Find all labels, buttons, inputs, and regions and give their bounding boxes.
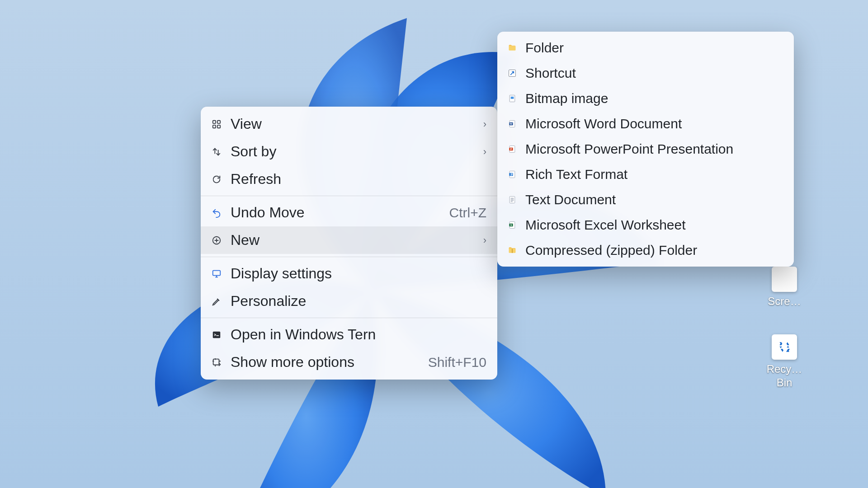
more-icon: [211, 357, 222, 368]
folder-icon: [772, 267, 797, 292]
shortcut-icon: [507, 68, 517, 78]
display-icon: [211, 268, 222, 280]
menu-item-personalize[interactable]: Personalize: [201, 287, 497, 315]
svg-rect-20: [509, 197, 515, 203]
excel-icon: X: [507, 220, 517, 230]
svg-rect-24: [512, 249, 513, 253]
new-submenu: Folder Shortcut Bitmap image W Microsoft…: [497, 32, 794, 267]
submenu-item-label: Bitmap image: [525, 91, 782, 106]
submenu-item-label: Microsoft Word Document: [525, 116, 782, 131]
chevron-right-icon: ›: [483, 146, 486, 158]
menu-item-label: Sort by: [231, 143, 471, 160]
grid-icon: [211, 118, 222, 130]
menu-separator: [201, 318, 497, 318]
submenu-item-label: Text Document: [525, 192, 782, 207]
svg-rect-3: [213, 125, 216, 127]
svg-rect-8: [213, 359, 219, 365]
new-icon: [211, 235, 222, 246]
svg-rect-1: [213, 120, 216, 123]
menu-item-label: Display settings: [231, 265, 486, 282]
word-icon: W: [507, 119, 517, 129]
svg-rect-7: [213, 331, 221, 338]
sort-icon: [211, 146, 222, 158]
svg-rect-2: [217, 120, 220, 123]
menu-item-new[interactable]: New ›: [201, 226, 497, 254]
menu-item-display-settings[interactable]: Display settings: [201, 260, 497, 287]
powerpoint-icon: P: [507, 144, 517, 154]
menu-item-undo-move[interactable]: Undo Move Ctrl+Z: [201, 199, 497, 226]
undo-icon: [211, 207, 222, 219]
desktop-icon-label: Bin: [760, 376, 809, 389]
personalize-icon: [211, 296, 222, 307]
menu-item-refresh[interactable]: Refresh: [201, 165, 497, 193]
submenu-item-label: Compressed (zipped) Folder: [525, 243, 782, 258]
menu-item-view[interactable]: View ›: [201, 110, 497, 138]
rtf-icon: [507, 169, 517, 179]
menu-item-label: Personalize: [231, 293, 486, 310]
submenu-item-excel[interactable]: X Microsoft Excel Worksheet: [497, 212, 794, 238]
submenu-item-label: Shortcut: [525, 66, 782, 81]
chevron-right-icon: ›: [483, 235, 486, 246]
menu-item-label: Undo Move: [231, 204, 441, 221]
desktop-icon-recycle-bin[interactable]: Recy… Bin: [760, 334, 809, 389]
text-icon: [507, 195, 517, 205]
svg-rect-11: [511, 97, 514, 99]
submenu-item-rtf[interactable]: Rich Text Format: [497, 162, 794, 187]
submenu-item-label: Microsoft Excel Worksheet: [525, 217, 782, 233]
submenu-item-bitmap[interactable]: Bitmap image: [497, 86, 794, 111]
submenu-item-label: Rich Text Format: [525, 167, 782, 182]
menu-separator: [201, 196, 497, 196]
menu-item-label: Open in Windows Tern: [231, 326, 429, 343]
menu-item-label: Refresh: [231, 171, 486, 188]
menu-item-label: View: [231, 116, 471, 132]
folder-icon: [507, 43, 517, 53]
submenu-item-label: Microsoft PowerPoint Presentation: [525, 141, 782, 157]
menu-separator: [201, 257, 497, 257]
submenu-item-word[interactable]: W Microsoft Word Document: [497, 111, 794, 136]
menu-item-sort-by[interactable]: Sort by ›: [201, 138, 497, 165]
submenu-item-powerpoint[interactable]: P Microsoft PowerPoint Presentation: [497, 136, 794, 162]
menu-item-open-terminal[interactable]: Open in Windows Tern: [201, 321, 497, 348]
desktop-icon-folder[interactable]: Scre…: [760, 267, 809, 308]
terminal-icon: [211, 329, 222, 341]
zip-icon: [507, 245, 517, 255]
menu-item-accelerator: Shift+F10: [428, 355, 486, 370]
submenu-item-label: Folder: [525, 40, 782, 56]
desktop-icon-label: Scre…: [760, 295, 809, 308]
submenu-item-zip[interactable]: Compressed (zipped) Folder: [497, 238, 794, 263]
submenu-item-folder[interactable]: Folder: [497, 35, 794, 61]
chevron-right-icon: ›: [483, 118, 486, 130]
menu-item-accelerator: Ctrl+Z: [449, 205, 487, 221]
recycle-bin-icon: [772, 334, 797, 360]
submenu-item-text[interactable]: Text Document: [497, 187, 794, 212]
desktop-icon-label: Recy…: [760, 362, 809, 376]
menu-item-show-more-options[interactable]: Show more options Shift+F10: [201, 348, 497, 376]
svg-rect-6: [213, 270, 221, 275]
svg-text:W: W: [510, 122, 513, 125]
desktop-context-menu: View › Sort by › Refresh Undo Move Ctrl+…: [201, 107, 497, 380]
menu-item-label: Show more options: [231, 354, 420, 371]
refresh-icon: [211, 174, 222, 185]
submenu-item-shortcut[interactable]: Shortcut: [497, 61, 794, 86]
svg-text:P: P: [510, 148, 512, 150]
svg-rect-4: [217, 125, 220, 127]
menu-item-label: New: [231, 232, 471, 249]
bitmap-icon: [507, 94, 517, 103]
